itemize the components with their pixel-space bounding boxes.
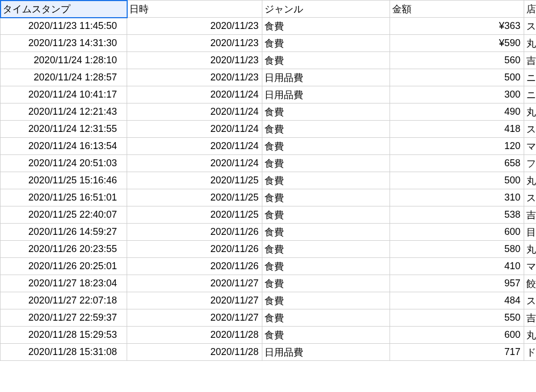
cell-datetime[interactable]: 2020/11/25 — [127, 206, 262, 224]
cell-datetime[interactable]: 2020/11/28 — [127, 327, 262, 344]
cell-amount[interactable]: 490 — [390, 103, 524, 121]
table-row[interactable]: 2020/11/23 14:31:302020/11/23食費¥590丸 — [1, 35, 537, 52]
cell-genre[interactable]: 食費 — [262, 103, 390, 121]
cell-store[interactable]: ス — [524, 292, 537, 309]
cell-store[interactable]: 吉 — [524, 52, 537, 69]
cell-genre[interactable]: 食費 — [262, 138, 390, 155]
table-row[interactable]: 2020/11/24 16:13:542020/11/24食費120マ — [1, 138, 537, 155]
cell-amount[interactable]: 418 — [390, 121, 524, 138]
header-datetime[interactable]: 日時 — [127, 1, 262, 18]
table-row[interactable]: 2020/11/24 1:28:102020/11/23食費560吉 — [1, 52, 537, 69]
cell-genre[interactable]: 食費 — [262, 155, 390, 172]
cell-datetime[interactable]: 2020/11/26 — [127, 258, 262, 275]
cell-timestamp[interactable]: 2020/11/24 16:13:54 — [1, 138, 127, 155]
cell-amount[interactable]: 310 — [390, 189, 524, 206]
table-row[interactable]: 2020/11/25 22:40:072020/11/25食費538吉 — [1, 206, 537, 224]
cell-timestamp[interactable]: 2020/11/24 12:21:43 — [1, 103, 127, 121]
cell-genre[interactable]: 食費 — [262, 52, 390, 69]
header-timestamp[interactable]: タイムスタンプ — [1, 1, 127, 18]
cell-store[interactable]: マ — [524, 138, 537, 155]
cell-timestamp[interactable]: 2020/11/24 1:28:57 — [1, 69, 127, 86]
cell-store[interactable]: 餃 — [524, 275, 537, 292]
table-row[interactable]: 2020/11/25 15:16:462020/11/25食費500丸 — [1, 172, 537, 189]
cell-amount[interactable]: 120 — [390, 138, 524, 155]
cell-timestamp[interactable]: 2020/11/25 16:51:01 — [1, 189, 127, 206]
cell-timestamp[interactable]: 2020/11/24 10:41:17 — [1, 86, 127, 103]
cell-genre[interactable]: 日用品費 — [262, 69, 390, 86]
table-row[interactable]: 2020/11/27 22:59:372020/11/27食費550吉 — [1, 309, 537, 327]
cell-amount[interactable]: 410 — [390, 258, 524, 275]
cell-datetime[interactable]: 2020/11/24 — [127, 121, 262, 138]
cell-store[interactable]: ド — [524, 344, 537, 361]
cell-amount[interactable]: 500 — [390, 172, 524, 189]
cell-timestamp[interactable]: 2020/11/27 22:59:37 — [1, 309, 127, 327]
cell-timestamp[interactable]: 2020/11/23 11:45:50 — [1, 18, 127, 35]
cell-amount[interactable]: 717 — [390, 344, 524, 361]
table-row[interactable]: 2020/11/27 22:07:182020/11/27食費484ス — [1, 292, 537, 309]
cell-amount[interactable]: 658 — [390, 155, 524, 172]
cell-genre[interactable]: 食費 — [262, 121, 390, 138]
cell-timestamp[interactable]: 2020/11/26 20:25:01 — [1, 258, 127, 275]
table-row[interactable]: 2020/11/23 11:45:502020/11/23食費¥363ス — [1, 18, 537, 35]
cell-genre[interactable]: 日用品費 — [262, 344, 390, 361]
cell-datetime[interactable]: 2020/11/25 — [127, 172, 262, 189]
cell-amount[interactable]: 550 — [390, 309, 524, 327]
cell-timestamp[interactable]: 2020/11/28 15:29:53 — [1, 327, 127, 344]
cell-amount[interactable]: 484 — [390, 292, 524, 309]
cell-genre[interactable]: 食費 — [262, 172, 390, 189]
table-row[interactable]: 2020/11/24 1:28:572020/11/23日用品費500ニ — [1, 69, 537, 86]
table-row[interactable]: 2020/11/28 15:29:532020/11/28食費600丸 — [1, 327, 537, 344]
header-store[interactable]: 店 — [524, 1, 537, 18]
cell-amount[interactable]: 300 — [390, 86, 524, 103]
data-table[interactable]: タイムスタンプ 日時 ジャンル 金額 店 2020/11/23 11:45:50… — [0, 0, 536, 361]
cell-datetime[interactable]: 2020/11/24 — [127, 86, 262, 103]
cell-datetime[interactable]: 2020/11/27 — [127, 292, 262, 309]
table-row[interactable]: 2020/11/24 10:41:172020/11/24日用品費300ニ — [1, 86, 537, 103]
cell-store[interactable]: フ — [524, 155, 537, 172]
cell-store[interactable]: ス — [524, 121, 537, 138]
cell-store[interactable]: ニ — [524, 69, 537, 86]
cell-genre[interactable]: 食費 — [262, 224, 390, 241]
cell-amount[interactable]: 600 — [390, 224, 524, 241]
cell-genre[interactable]: 日用品費 — [262, 86, 390, 103]
cell-amount[interactable]: ¥590 — [390, 35, 524, 52]
cell-timestamp[interactable]: 2020/11/23 14:31:30 — [1, 35, 127, 52]
cell-datetime[interactable]: 2020/11/25 — [127, 189, 262, 206]
header-amount[interactable]: 金額 — [390, 1, 524, 18]
cell-datetime[interactable]: 2020/11/24 — [127, 138, 262, 155]
cell-datetime[interactable]: 2020/11/24 — [127, 103, 262, 121]
cell-store[interactable]: 丸 — [524, 327, 537, 344]
table-row[interactable]: 2020/11/24 12:31:552020/11/24食費418ス — [1, 121, 537, 138]
cell-datetime[interactable]: 2020/11/23 — [127, 69, 262, 86]
cell-datetime[interactable]: 2020/11/26 — [127, 241, 262, 258]
table-row[interactable]: 2020/11/28 15:31:082020/11/28日用品費717ド — [1, 344, 537, 361]
cell-store[interactable]: ス — [524, 189, 537, 206]
cell-amount[interactable]: 580 — [390, 241, 524, 258]
cell-datetime[interactable]: 2020/11/27 — [127, 309, 262, 327]
cell-datetime[interactable]: 2020/11/26 — [127, 224, 262, 241]
cell-store[interactable]: 丸 — [524, 103, 537, 121]
cell-timestamp[interactable]: 2020/11/25 15:16:46 — [1, 172, 127, 189]
cell-store[interactable]: 目 — [524, 224, 537, 241]
cell-datetime[interactable]: 2020/11/23 — [127, 35, 262, 52]
cell-store[interactable]: 丸 — [524, 172, 537, 189]
cell-store[interactable]: 吉 — [524, 206, 537, 224]
cell-datetime[interactable]: 2020/11/23 — [127, 52, 262, 69]
cell-timestamp[interactable]: 2020/11/24 12:31:55 — [1, 121, 127, 138]
cell-datetime[interactable]: 2020/11/28 — [127, 344, 262, 361]
cell-amount[interactable]: 600 — [390, 327, 524, 344]
cell-genre[interactable]: 食費 — [262, 206, 390, 224]
cell-genre[interactable]: 食費 — [262, 18, 390, 35]
cell-timestamp[interactable]: 2020/11/26 14:59:27 — [1, 224, 127, 241]
cell-genre[interactable]: 食費 — [262, 258, 390, 275]
table-row[interactable]: 2020/11/24 20:51:032020/11/24食費658フ — [1, 155, 537, 172]
cell-timestamp[interactable]: 2020/11/25 22:40:07 — [1, 206, 127, 224]
table-row[interactable]: 2020/11/26 20:25:012020/11/26食費410マ — [1, 258, 537, 275]
cell-genre[interactable]: 食費 — [262, 327, 390, 344]
cell-amount[interactable]: 560 — [390, 52, 524, 69]
cell-genre[interactable]: 食費 — [262, 275, 390, 292]
cell-timestamp[interactable]: 2020/11/26 20:23:55 — [1, 241, 127, 258]
cell-datetime[interactable]: 2020/11/27 — [127, 275, 262, 292]
cell-timestamp[interactable]: 2020/11/28 15:31:08 — [1, 344, 127, 361]
table-row[interactable]: 2020/11/25 16:51:012020/11/25食費310ス — [1, 189, 537, 206]
